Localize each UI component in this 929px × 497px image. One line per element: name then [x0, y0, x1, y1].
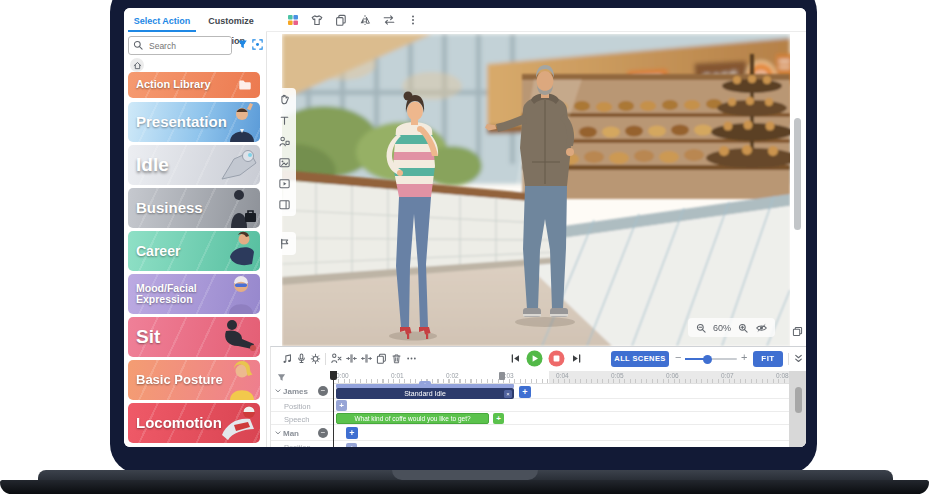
duplicate-icon[interactable] — [334, 13, 348, 27]
add-clip-button[interactable]: + — [346, 427, 358, 439]
track-mute-button[interactable]: − — [318, 386, 328, 396]
frame-fit-icon[interactable] — [251, 38, 264, 51]
media-tool-icon[interactable] — [278, 177, 291, 190]
action-sidebar: Select Action Customize Action Action Li… — [124, 8, 267, 447]
split-out-icon[interactable] — [360, 352, 373, 365]
add-position-key-button[interactable]: + — [336, 400, 347, 411]
collapse-chevron-icon[interactable] — [274, 429, 282, 437]
collapse-panel-icon[interactable] — [792, 352, 805, 365]
ruler-label: 0:07 — [721, 372, 734, 379]
more-menu-icon[interactable] — [406, 13, 420, 27]
search-input[interactable] — [147, 38, 231, 53]
all-scenes-button[interactable]: ALL SCENES — [611, 351, 669, 367]
toolbar-separator — [788, 353, 789, 365]
folder-icon — [236, 77, 254, 93]
playhead-handle[interactable] — [330, 371, 337, 380]
viewport-3d-scene[interactable]: CAFÉ Q — [282, 34, 790, 346]
microphone-icon[interactable] — [295, 352, 308, 365]
category-basic-posture[interactable]: Basic Posture — [128, 360, 260, 400]
warm-light-overlay — [282, 34, 790, 346]
ruler-label: 0:04 — [556, 372, 569, 379]
clip-label: Standard Idle — [404, 390, 446, 397]
outfit-icon[interactable] — [310, 13, 324, 27]
zoom-out-icon[interactable] — [695, 322, 707, 334]
timeline-zoom-slider[interactable] — [685, 358, 737, 360]
panel-tool-icon[interactable] — [278, 198, 291, 211]
ruler-label: 0:05 — [611, 372, 624, 379]
category-sit[interactable]: Sit — [128, 317, 260, 357]
category-locomotion[interactable]: Locomotion — [128, 403, 260, 443]
delete-clip-icon[interactable] — [390, 352, 403, 365]
track-name: Man — [283, 429, 299, 438]
collapse-chevron-icon[interactable] — [274, 387, 282, 395]
add-position-key-button[interactable]: + — [346, 443, 357, 447]
track-row-james[interactable]: James − + Standard Idle × + — [271, 383, 806, 399]
brand-icon[interactable] — [286, 13, 300, 27]
category-career[interactable]: Career — [128, 231, 260, 271]
timeline-panel: ALL SCENES − + FIT 0:00 0:01 0:02 0 — [270, 346, 806, 447]
float-window-icon[interactable] — [791, 325, 804, 338]
play-button[interactable] — [526, 350, 543, 367]
ruler-label: 0:01 — [391, 372, 404, 379]
category-idle[interactable]: Idle — [128, 145, 260, 185]
filter-icon[interactable] — [236, 38, 249, 51]
speech-clip[interactable]: What kind of coffe would you like to get… — [336, 413, 489, 424]
more-tools-icon[interactable] — [405, 352, 418, 365]
ruler-label: 0:06 — [666, 372, 679, 379]
flag-tool-icon[interactable] — [278, 237, 291, 250]
businessman-figure — [220, 188, 260, 228]
track-mute-button[interactable]: − — [318, 428, 328, 438]
skip-start-icon[interactable] — [509, 352, 522, 365]
home-button[interactable] — [130, 58, 144, 72]
tab-select-action[interactable]: Select Action — [128, 11, 196, 31]
preview-eye-icon[interactable] — [755, 321, 768, 334]
timeline-scrollbar[interactable] — [795, 387, 802, 413]
flag-tool-strip — [272, 232, 296, 255]
track-row-james-position[interactable]: Position + — [271, 399, 806, 412]
mood-figure — [220, 274, 260, 314]
search-box[interactable] — [128, 36, 232, 55]
zoom-in-icon[interactable] — [737, 322, 749, 334]
slider-thumb[interactable] — [703, 355, 712, 364]
track-row-man-position[interactable]: Position + — [271, 441, 806, 447]
duplicate-clip-icon[interactable] — [375, 352, 388, 365]
track-filter-icon[interactable] — [276, 372, 287, 383]
image-tool-icon[interactable] — [278, 156, 291, 169]
pan-hand-icon[interactable] — [278, 93, 291, 106]
audio-track-icon[interactable] — [281, 352, 294, 365]
subtrack-name: Speech — [284, 415, 309, 424]
robot-figure — [214, 145, 260, 185]
category-presentation[interactable]: Presentation — [128, 102, 260, 142]
slider-plus[interactable]: + — [741, 351, 749, 363]
face-key-icon[interactable] — [309, 352, 322, 365]
text-tool-icon[interactable] — [278, 114, 291, 127]
ruler-label: 0:00 — [336, 372, 349, 379]
track-name: James — [283, 387, 308, 396]
swap-icon[interactable] — [382, 13, 396, 27]
clip-label: What kind of coffe would you like to get… — [354, 415, 470, 422]
category-label: Idle — [128, 155, 169, 175]
viewport-scrollbar[interactable] — [794, 118, 801, 230]
category-mood-facial[interactable]: Mood/Facial Expression — [128, 274, 260, 314]
action-clip[interactable]: Standard Idle × — [336, 388, 514, 399]
skip-end-icon[interactable] — [570, 352, 583, 365]
track-row-james-speech[interactable]: Speech What kind of coffe would you like… — [271, 412, 806, 425]
collect-clip-icon[interactable] — [330, 352, 343, 365]
actor-tool-icon[interactable] — [278, 135, 291, 148]
track-row-man[interactable]: Man − + — [271, 425, 806, 441]
clip-close-icon[interactable]: × — [504, 390, 512, 398]
split-in-icon[interactable] — [345, 352, 358, 365]
add-speech-button[interactable]: + — [493, 413, 504, 424]
scene-marker[interactable] — [499, 372, 505, 380]
category-business[interactable]: Business — [128, 188, 260, 228]
category-label: Basic Posture — [128, 373, 223, 387]
fit-button[interactable]: FIT — [753, 351, 783, 367]
mirror-icon[interactable] — [358, 13, 372, 27]
tab-customize-action[interactable]: Customize Action — [198, 11, 264, 31]
add-clip-button[interactable]: + — [519, 386, 531, 398]
slider-minus[interactable]: − — [675, 351, 683, 363]
laptop-lid-notch — [392, 470, 538, 480]
toolbar-separator — [325, 353, 326, 365]
category-action-library[interactable]: Action Library — [128, 72, 260, 98]
stop-button[interactable] — [548, 350, 565, 367]
